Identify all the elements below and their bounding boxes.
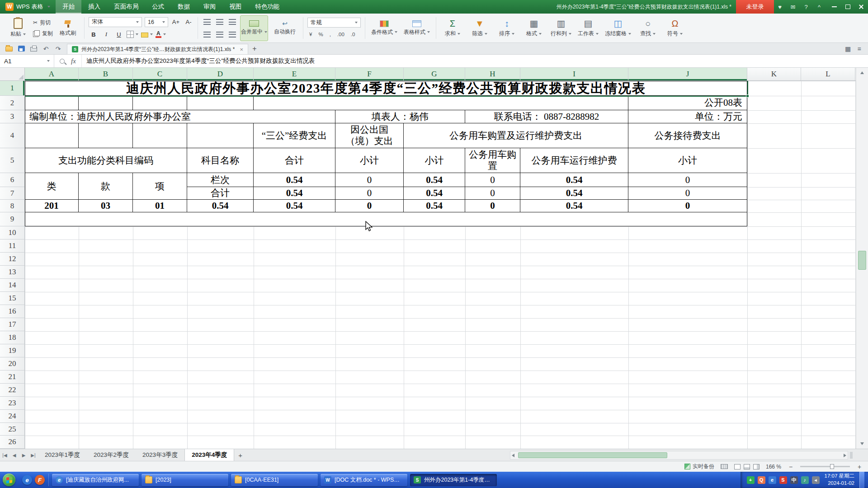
row-header-23[interactable]: 23 [0,397,24,410]
menu-tab-insert[interactable]: 插入 [81,0,107,14]
sum-button[interactable]: Σ求和 [440,15,465,41]
menu-tab-formulas[interactable]: 公式 [145,0,171,14]
name-box[interactable]: A1 [0,55,54,67]
zoom-out-button[interactable]: − [788,464,794,470]
paste-button[interactable]: 粘贴 [6,15,30,41]
cell-F7[interactable]: 0 [335,187,404,200]
tray-search-icon[interactable]: Q [758,476,765,484]
zoom-in-button[interactable]: + [856,464,863,470]
borders-button[interactable] [127,30,138,39]
symbol-button[interactable]: Ω符号 [663,15,687,41]
app-logo[interactable]: W WPS 表格 [0,0,56,14]
undo-icon[interactable]: ↶ [42,45,49,52]
cell-C4[interactable] [133,123,187,148]
taskbar-button-folder-0caa[interactable]: [0CAA-EE31] [231,474,318,486]
search-icon[interactable] [60,59,65,64]
cell-A6[interactable]: 类 [25,173,79,200]
cell-J4[interactable]: 公务接待费支出 [628,123,747,148]
scroll-left-icon[interactable] [512,454,514,457]
worksheet-button[interactable]: ▤工作表 [576,15,600,41]
number-tool-3[interactable]: , [328,30,333,38]
cell-I8[interactable]: 0.54 [520,200,628,212]
menu-tab-home[interactable]: 开始 [56,0,81,14]
row-header-13[interactable]: 13 [0,266,24,279]
align-middle-button[interactable] [215,17,225,27]
menu-tab-special-features[interactable]: 特色功能 [248,0,286,14]
row-header-26[interactable]: 26 [0,436,24,449]
cell-D6[interactable]: 栏次 [187,173,254,187]
cell-A1[interactable]: 迪庆州人民政府外事办公室2023年度第4季度“三公”经费公共预算财政拨款支出情况… [25,81,747,96]
cell-A5[interactable]: 支出功能分类科目编码 [25,148,187,173]
menu-tab-page-layout[interactable]: 页面布局 [107,0,145,14]
cell-I7[interactable]: 0.54 [520,187,628,200]
cell-D8[interactable]: 0.54 [187,200,254,212]
cell-C6[interactable]: 项 [133,173,187,200]
cell-G4[interactable]: 公务用车购置及运行维护费支出 [404,123,628,148]
rows-cols-button[interactable]: ▥行和列 [549,15,573,41]
sheet-tab-q3[interactable]: 2023年3季度 [136,449,184,461]
redo-icon[interactable]: ↷ [55,45,61,52]
cell-A3[interactable]: 编制单位：迪庆州人民政府外事办公室 [25,110,335,123]
cell-G7[interactable]: 0.54 [404,187,465,200]
cell-H5[interactable]: 公务用车购置 [465,148,520,173]
cell-J2[interactable]: 公开08表 [628,96,747,110]
number-tool-5[interactable]: .0 [349,30,357,38]
vertical-scrollbar-thumb[interactable] [858,251,866,270]
scroll-right-icon[interactable] [844,454,846,457]
row-header-17[interactable]: 17 [0,318,24,331]
sheet-nav-prev[interactable]: ◀ [9,449,19,461]
document-tab-close-icon[interactable]: × [238,46,243,53]
row-header-10[interactable]: 10 [0,226,24,239]
formula-input[interactable]: 迪庆州人民政府外事办公室2023年度第4季度“三公”经费公共预算财政拨款支出情况… [82,55,868,67]
merge-center-button[interactable]: 合并居中 [240,15,268,41]
column-header-I[interactable]: I [520,68,628,80]
copy-button[interactable]: 复制 [33,30,53,38]
sheet-tab-q4[interactable]: 2023年4季度 [184,449,234,461]
wrap-text-button[interactable]: ↩ 自动换行 [271,15,299,41]
conditional-format-button[interactable]: 条件格式 [369,15,399,41]
zoom-slider[interactable] [800,466,850,467]
cell-A2[interactable] [25,96,79,110]
font-family-select[interactable]: 宋体 [89,17,142,27]
align-bottom-button[interactable] [227,17,237,27]
new-document-tab-button[interactable]: + [248,43,261,54]
tray-volume-icon[interactable]: ♪ [801,476,809,484]
format-button[interactable]: ▦格式 [522,15,546,41]
row-header-14[interactable]: 14 [0,279,24,292]
cell-E8[interactable]: 0.54 [254,200,335,212]
font-color-button[interactable]: A [156,30,166,39]
row-header-1[interactable]: 1 [0,81,24,96]
cell-G6[interactable]: 0.54 [404,173,465,187]
cell-A9[interactable] [25,212,747,226]
tabbar-menu-icon[interactable]: ≡ [856,45,863,52]
cell-B8[interactable]: 03 [79,200,133,212]
close-button[interactable] [854,0,868,14]
row-header-4[interactable]: 4 [0,123,24,148]
column-header-H[interactable]: H [465,68,520,80]
row-header-8[interactable]: 8 [0,200,24,212]
cell-E5[interactable]: 合计 [254,148,335,173]
cell-J8[interactable]: 0 [628,200,747,212]
column-header-L[interactable]: L [801,68,855,80]
grow-font-button[interactable]: A+ [171,17,181,27]
taskbar-button-wps-doc[interactable]: [DOC 文档.doc * - WPS… [321,474,407,486]
column-header-B[interactable]: B [79,68,133,80]
skin-icon[interactable]: ♥ [776,4,783,10]
view-page-break-icon[interactable] [753,464,760,469]
vertical-scrollbar[interactable] [856,68,868,449]
scroll-up-button[interactable] [856,68,868,78]
align-right-button[interactable] [227,30,237,39]
tray-browser-icon[interactable]: e [769,476,776,484]
sheet-nav-first[interactable]: |◀ [0,449,9,461]
column-header-K[interactable]: K [747,68,801,80]
column-header-G[interactable]: G [404,68,465,80]
tabbar-split-icon[interactable]: ▦ [844,45,851,52]
cell-H3[interactable]: 联系电话： 0887-8288982 [465,110,628,123]
cell-J7[interactable]: 0 [628,187,747,200]
number-tool-4[interactable]: .00 [335,30,346,38]
fill-color-button[interactable] [141,30,153,39]
cell-I5[interactable]: 公务用车运行维护费 [520,148,628,173]
tray-usb-icon[interactable]: ◂ [812,476,820,484]
tray-security-icon[interactable]: + [747,476,755,484]
show-desktop-button[interactable] [859,472,864,488]
